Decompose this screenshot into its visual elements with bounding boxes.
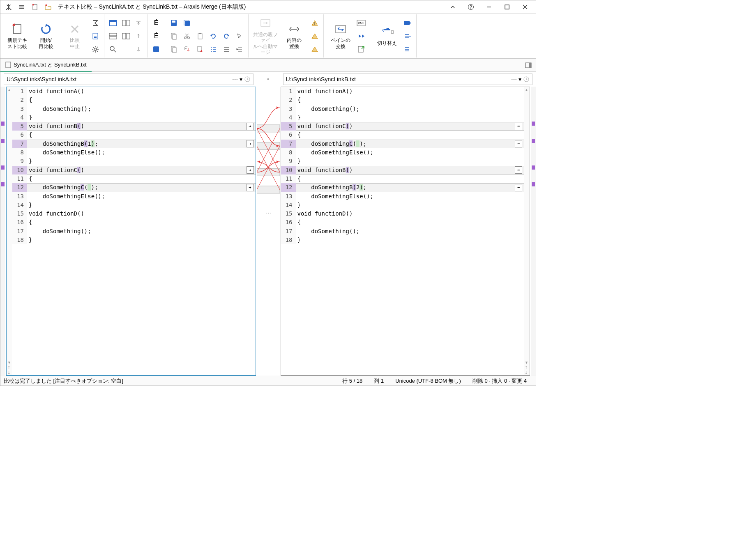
tag-right-icon[interactable] (401, 17, 414, 29)
checklist-icon[interactable] (207, 43, 219, 55)
merge-left-button[interactable]: ⬅ (515, 123, 522, 130)
merge-left-button[interactable]: ⬅ (515, 166, 522, 174)
new-text-compare-button[interactable]: 新規テキ スト比較 (3, 21, 32, 51)
tab-compare[interactable]: SyncLinkA.txt と SyncLinkB.txt (0, 59, 92, 72)
merge-right-icon[interactable] (355, 30, 367, 42)
diff-marker[interactable] (532, 122, 535, 126)
path-more-icon[interactable]: ⋯ (232, 76, 238, 83)
content-replace-button[interactable]: 内容の 置換 (280, 21, 309, 51)
code-line[interactable]: 17 doSomething(); (281, 227, 524, 236)
right-gutter[interactable]: ▲ ▼ ⤒ ⤓ (524, 87, 530, 375)
code-line[interactable]: 6{ (12, 131, 256, 139)
code-line[interactable]: 1void functionA() (12, 87, 256, 96)
undo-icon[interactable] (207, 30, 219, 42)
export-icon[interactable] (355, 43, 367, 55)
switch-button[interactable]: 切り替え (373, 24, 401, 48)
cut-icon[interactable] (181, 30, 193, 42)
code-line[interactable]: 15void functionD() (12, 209, 256, 218)
e-accent2-icon[interactable]: É (150, 30, 162, 42)
path-dropdown-icon[interactable]: ▾ (519, 76, 521, 83)
close-button[interactable] (516, 1, 534, 13)
nav-next-icon[interactable] (132, 43, 145, 55)
code-line[interactable]: 12 doSomethingC( );➔ (12, 183, 256, 192)
diff-marker[interactable] (1, 182, 5, 186)
tab-panel-icon[interactable] (521, 61, 536, 70)
code-line[interactable]: 5void functionC()⬅ (281, 122, 524, 131)
lines-right-icon[interactable] (401, 30, 414, 42)
nav-prev-icon[interactable] (132, 30, 145, 42)
code-line[interactable]: 8 doSomethingElse(); (281, 148, 524, 157)
left-code[interactable]: 1void functionA()2{3 doSomething();4}5vo… (12, 87, 256, 375)
diff-marker[interactable] (1, 139, 5, 143)
code-line[interactable]: 7 doSomethingC( );⬅ (281, 140, 524, 148)
hamburger-icon[interactable] (17, 2, 27, 12)
code-line[interactable]: 18} (12, 236, 256, 244)
merge-right-button[interactable]: ➔ (247, 184, 254, 191)
code-line[interactable]: 6{ (281, 131, 524, 139)
code-line[interactable]: 13 doSomethingElse(); (281, 192, 524, 201)
zoom-icon[interactable] (107, 43, 119, 55)
code-line[interactable]: 14} (12, 201, 256, 209)
help-icon[interactable]: ? (462, 1, 480, 13)
merge-left-button[interactable]: ⬅ (515, 140, 522, 147)
code-line[interactable]: 12 doSomethingB(2);⬅ (281, 183, 524, 192)
diff-marker[interactable] (532, 165, 535, 170)
history-icon[interactable] (244, 76, 251, 83)
maximize-button[interactable] (498, 1, 516, 13)
right-code[interactable]: 1void functionA()2{3 doSomething();4}5vo… (281, 87, 524, 375)
merge-right-button[interactable]: ➔ (247, 123, 254, 130)
code-line[interactable]: 2{ (12, 96, 256, 104)
code-line[interactable]: 8 doSomethingElse(); (12, 148, 256, 157)
list-icon[interactable] (220, 43, 233, 55)
code-line[interactable]: 7 doSomethingB(1);➔ (12, 140, 256, 148)
gear-icon[interactable] (89, 43, 101, 55)
right-path-input[interactable]: U:\SyncLinks\SyncLinkB.txt ⋯ ▾ (283, 73, 533, 85)
diff-marker[interactable] (1, 165, 5, 170)
code-line[interactable]: 9} (281, 157, 524, 165)
page-options-icon[interactable] (89, 30, 101, 42)
code-line[interactable]: 4} (281, 113, 524, 122)
new-folder-icon[interactable] (43, 2, 53, 12)
sort-down-icon[interactable] (181, 43, 193, 55)
center-more-icon[interactable]: ⋯ (266, 210, 271, 216)
save-all-icon[interactable] (181, 17, 193, 29)
ribbon-collapse-icon[interactable] (444, 1, 462, 13)
warn-paste-icon[interactable] (194, 43, 206, 55)
code-line[interactable]: 11{ (281, 175, 524, 183)
save-icon[interactable] (168, 17, 180, 29)
left-path-input[interactable]: U:\SyncLinks\SyncLinkA.txt ⋯ ▾ (4, 73, 254, 85)
minimize-button[interactable] (480, 1, 498, 13)
merge-left-button[interactable]: ⬅ (515, 184, 522, 191)
new-doc-icon[interactable] (30, 2, 40, 12)
diff-marker[interactable] (532, 182, 535, 186)
merge-right-button[interactable]: ➔ (247, 166, 254, 174)
pane-swap-button[interactable]: ペインの 交換 (326, 21, 355, 51)
left-stripe[interactable] (0, 87, 5, 376)
select-all-icon[interactable] (150, 43, 162, 55)
code-line[interactable]: 1void functionA() (281, 87, 524, 96)
code-line[interactable]: 16{ (12, 218, 256, 227)
code-line[interactable]: 18} (281, 236, 524, 244)
indent-icon[interactable] (233, 43, 246, 55)
warn1-icon[interactable]: ! (309, 17, 321, 29)
left-gutter[interactable]: ▲ ▼ ⤒ ⤓ (7, 87, 12, 375)
diff-marker[interactable] (532, 139, 535, 143)
code-line[interactable]: 16{ (281, 218, 524, 227)
xml-icon[interactable]: XML (355, 17, 367, 29)
code-line[interactable]: 3 doSomething(); (281, 105, 524, 113)
app-logo-icon[interactable] (4, 2, 14, 12)
code-line[interactable]: 13 doSomethingElse(); (12, 192, 256, 201)
layout-v-icon[interactable] (120, 30, 132, 42)
nav-top-icon[interactable] (132, 17, 145, 29)
code-line[interactable]: 5void functionB()➔ (12, 122, 256, 131)
code-line[interactable]: 3 doSomething(); (12, 105, 256, 113)
sigma-icon[interactable] (89, 17, 101, 29)
pane-single-icon[interactable] (107, 17, 119, 29)
code-line[interactable]: 17 doSomething(); (12, 227, 256, 236)
code-line[interactable]: 9} (12, 157, 256, 165)
history-icon[interactable] (523, 76, 530, 83)
lines-right2-icon[interactable] (401, 43, 414, 55)
code-line[interactable]: 4} (12, 113, 256, 122)
pane-split-icon[interactable] (120, 17, 132, 29)
paste-icon[interactable] (194, 30, 206, 42)
